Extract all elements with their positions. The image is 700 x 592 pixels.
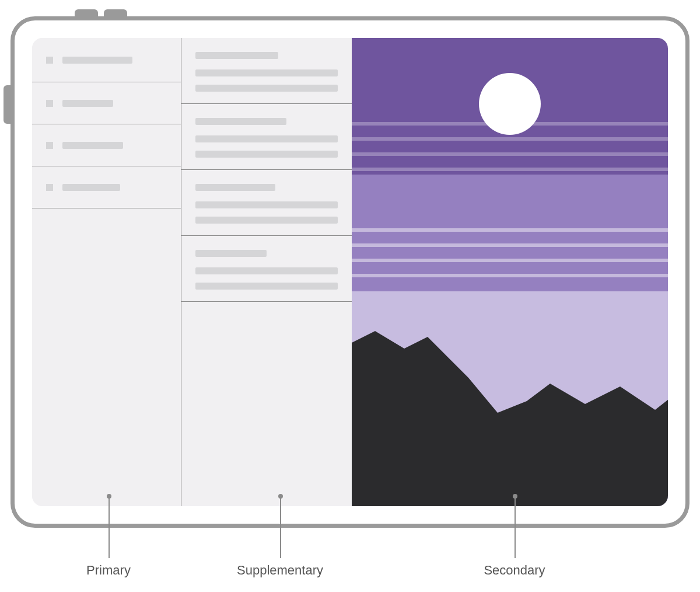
callout-label-primary: Primary <box>86 563 131 578</box>
tablet-power-button <box>4 85 10 124</box>
illustration-moon-icon <box>479 73 541 135</box>
tablet-volume-button-2 <box>104 9 127 16</box>
supplementary-item-text-placeholder <box>195 217 338 224</box>
supplementary-item-text-placeholder <box>195 201 338 208</box>
tablet-device-frame <box>10 16 690 528</box>
primary-list-item[interactable] <box>32 124 181 166</box>
supplementary-list-item[interactable] <box>181 170 352 236</box>
illustration-horizon-line <box>352 152 668 156</box>
callout-label-supplementary: Supplementary <box>237 563 323 578</box>
primary-item-bullet-icon <box>46 100 53 107</box>
supplementary-list-item[interactable] <box>181 38 352 104</box>
callout-leader-supplementary <box>280 496 281 558</box>
illustration-mountain-icon <box>352 296 668 506</box>
callout-leader-secondary <box>514 496 516 558</box>
callout-leader-primary <box>108 496 110 558</box>
supplementary-item-title-placeholder <box>195 118 286 125</box>
supplementary-item-text-placeholder <box>195 135 338 142</box>
primary-list-item[interactable] <box>32 38 181 82</box>
supplementary-item-text-placeholder <box>195 85 338 92</box>
primary-item-text-placeholder <box>62 142 123 149</box>
primary-item-bullet-icon <box>46 142 53 149</box>
tablet-volume-button-1 <box>75 9 98 16</box>
primary-item-bullet-icon <box>46 184 53 191</box>
supplementary-item-text-placeholder <box>195 267 338 274</box>
primary-list-item[interactable] <box>32 82 181 124</box>
primary-item-bullet-icon <box>46 57 53 64</box>
supplementary-column <box>181 38 352 506</box>
supplementary-item-text-placeholder <box>195 283 338 290</box>
primary-item-text-placeholder <box>62 57 132 64</box>
illustration-horizon-line <box>352 259 668 262</box>
supplementary-list-item[interactable] <box>181 236 352 302</box>
supplementary-item-title-placeholder <box>195 184 275 191</box>
primary-item-text-placeholder <box>62 184 120 191</box>
supplementary-item-text-placeholder <box>195 151 338 158</box>
secondary-column <box>352 38 668 506</box>
primary-column <box>32 38 181 506</box>
illustration-horizon-line <box>352 168 668 171</box>
supplementary-item-text-placeholder <box>195 69 338 76</box>
illustration-horizon-line <box>352 137 668 141</box>
supplementary-item-title-placeholder <box>195 52 278 59</box>
primary-item-text-placeholder <box>62 100 113 107</box>
primary-list-item[interactable] <box>32 166 181 208</box>
callout-label-secondary: Secondary <box>484 563 545 578</box>
supplementary-list-item[interactable] <box>181 104 352 170</box>
illustration-horizon-line <box>352 243 668 247</box>
tablet-screen <box>32 38 668 506</box>
supplementary-item-title-placeholder <box>195 250 267 257</box>
illustration-horizon-line <box>352 274 668 277</box>
illustration-horizon-line <box>352 228 668 232</box>
